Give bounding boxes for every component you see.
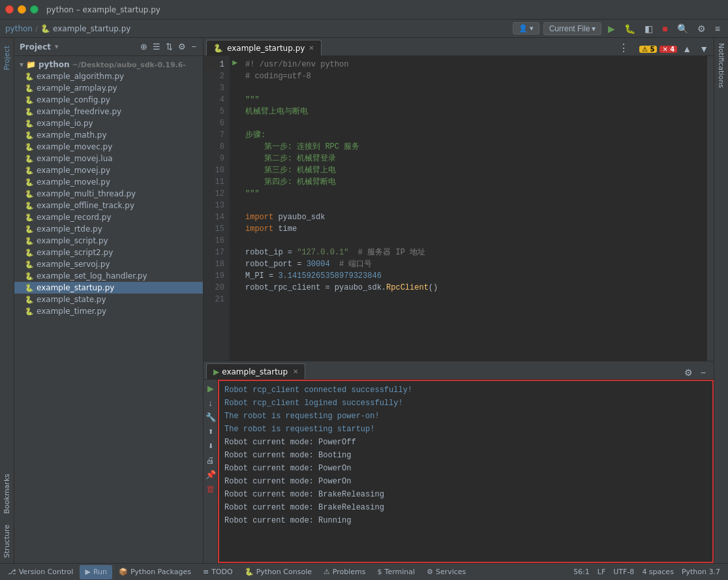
console-wrench[interactable]: 🔧	[205, 411, 217, 423]
project-root-name: python	[38, 60, 69, 69]
editor-more-button[interactable]: ⋮	[616, 40, 631, 55]
file-item[interactable]: 🐍example_freedrive.py	[14, 106, 203, 117]
sidebar-tab-bookmarks[interactable]: Bookmarks	[1, 468, 13, 519]
console-line: The robot is requesting power-on!	[224, 410, 707, 423]
run-panel-settings[interactable]: ⚙	[682, 366, 695, 379]
debug-button[interactable]: 🐛	[622, 22, 638, 35]
file-icon: 🐍	[40, 24, 50, 33]
search-button[interactable]: 🔍	[675, 22, 691, 35]
run-tab[interactable]: ▶ example_startup ✕	[206, 363, 305, 379]
run-indicator-line	[230, 244, 240, 256]
run-panel-close[interactable]: −	[698, 366, 708, 379]
console-output[interactable]: Robot rcp_client connected successfully!…	[218, 380, 714, 563]
gutter-line: 4	[204, 94, 224, 106]
console-down[interactable]: ⬇	[205, 440, 217, 451]
indent: 4 spaces	[642, 568, 674, 576]
notifications-tab[interactable]: Notifications	[715, 38, 727, 93]
run-indicator-line: ▶	[230, 56, 240, 68]
status-tab-version-control[interactable]: ⎇Version Control	[3, 565, 78, 579]
file-item[interactable]: 🐍example_io.py	[14, 117, 203, 129]
project-panel-dropdown[interactable]: ▾	[55, 42, 59, 51]
tab-label: Run	[93, 568, 107, 576]
status-tab-services[interactable]: ⚙Services	[421, 565, 471, 579]
file-item[interactable]: 🐍example_offline_track.py	[14, 200, 203, 211]
file-item[interactable]: 🐍example_movej.lua	[14, 153, 203, 164]
console-trash[interactable]: 🗑	[205, 483, 217, 495]
gutter-line: 5	[204, 106, 224, 117]
code-line: 机械臂上电与断电	[245, 106, 702, 117]
editor-scrollbar[interactable]	[707, 56, 714, 361]
file-item[interactable]: 🐍example_script2.py	[14, 247, 203, 258]
status-tab-python-packages[interactable]: 📦Python Packages	[114, 565, 196, 579]
minimize-button[interactable]	[18, 5, 26, 14]
breadcrumb-file[interactable]: 🐍 example_startup.py	[40, 24, 130, 33]
file-item[interactable]: 🐍example_math.py	[14, 129, 203, 141]
status-tab-terminal[interactable]: $Terminal	[372, 565, 421, 579]
panel-add-button[interactable]: ⊕	[139, 41, 149, 52]
coverage-button[interactable]: ◧	[642, 22, 656, 35]
panel-close-button[interactable]: −	[190, 41, 198, 52]
run-indicator-line	[230, 103, 240, 115]
sidebar-tab-project[interactable]: Project	[1, 40, 13, 76]
panel-settings-button[interactable]: ⚙	[177, 41, 187, 52]
code-content[interactable]: #! /usr/bin/env python# coding=utf-8"""机…	[240, 56, 707, 361]
file-item[interactable]: 🐍example_state.py	[14, 294, 203, 305]
run-indicator-line	[230, 115, 240, 127]
console-pin[interactable]: 📌	[205, 468, 217, 480]
run-button[interactable]: ▶	[605, 22, 618, 35]
current-file-button[interactable]: Current File ▾	[543, 22, 602, 35]
file-item[interactable]: 🐍example_multi_thread.py	[14, 188, 203, 200]
console-scroll-down[interactable]: ↓	[205, 397, 217, 408]
file-item[interactable]: 🐍example_servoj.py	[14, 258, 203, 270]
tab-close-icon[interactable]: ✕	[309, 44, 314, 52]
status-tab-python-console[interactable]: 🐍Python Console	[239, 565, 317, 579]
profile-button[interactable]: 👤 ▾	[513, 22, 539, 35]
file-item[interactable]: 🐍example_record.py	[14, 211, 203, 223]
status-tab-run[interactable]: ▶Run	[80, 565, 112, 579]
console-run-button[interactable]: ▶	[205, 382, 217, 394]
file-item[interactable]: 🐍example_startup.py	[14, 282, 203, 294]
settings-button[interactable]: ⚙	[695, 22, 708, 35]
project-root[interactable]: ▾ 📁 python ~/Desktop/aubo_sdk-0.19.6-	[14, 59, 203, 70]
panel-expand-button[interactable]: ☰	[151, 41, 162, 52]
file-item[interactable]: 🐍example_timer.py	[14, 305, 203, 317]
file-item[interactable]: 🐍example_movec.py	[14, 141, 203, 153]
file-item[interactable]: 🐍example_config.py	[14, 94, 203, 106]
close-button[interactable]	[5, 5, 14, 14]
badges-up-button[interactable]: ▲	[680, 42, 694, 55]
file-type-icon: 🐍	[25, 284, 34, 292]
console-print[interactable]: 🖨	[205, 454, 217, 466]
gutter-line: 9	[204, 153, 224, 164]
file-item[interactable]: 🐍example_algorithm.py	[14, 70, 203, 82]
filename-label: example_offline_track.py	[37, 201, 134, 210]
tab-icon: ⚙	[427, 568, 433, 576]
file-type-icon: 🐍	[25, 202, 34, 210]
file-item[interactable]: 🐍example_set_log_handler.py	[14, 270, 203, 282]
console-up[interactable]: ⬆	[205, 425, 217, 437]
run-panel-actions: ⚙ −	[682, 366, 711, 379]
file-item[interactable]: 🐍example_script.py	[14, 235, 203, 247]
status-tab-todo[interactable]: ≡TODO	[198, 565, 238, 579]
code-line	[245, 82, 702, 94]
breadcrumb-project[interactable]: python	[5, 24, 33, 33]
filename-label: example_multi_thread.py	[37, 189, 136, 198]
stop-button[interactable]: ■	[660, 22, 670, 35]
run-indicator-line	[230, 127, 240, 138]
maximize-button[interactable]	[30, 5, 38, 14]
bottom-tabs-bar: ⎇Version Control▶Run📦Python Packages≡TOD…	[0, 563, 728, 580]
file-item[interactable]: 🐍example_rtde.py	[14, 223, 203, 235]
more-button[interactable]: ≡	[712, 22, 723, 35]
run-indicator-line	[230, 185, 240, 197]
file-item[interactable]: 🐍example_movel.py	[14, 176, 203, 188]
editor-tab-startup[interactable]: 🐍 example_startup.py ✕	[206, 40, 322, 55]
filename-label: example_rtde.py	[37, 224, 102, 234]
run-tab-close[interactable]: ✕	[293, 368, 298, 375]
panel-collapse-button[interactable]: ⇅	[164, 41, 174, 52]
file-item[interactable]: 🐍example_movej.py	[14, 164, 203, 176]
tab-icon: ≡	[203, 568, 209, 576]
status-tab-problems[interactable]: ⚠Problems	[318, 565, 371, 579]
sidebar-tab-structure[interactable]: Structure	[1, 519, 13, 563]
file-item[interactable]: 🐍example_armplay.py	[14, 82, 203, 94]
badges-down-button[interactable]: ▼	[697, 42, 711, 55]
dropdown-icon: ▾	[592, 24, 596, 33]
